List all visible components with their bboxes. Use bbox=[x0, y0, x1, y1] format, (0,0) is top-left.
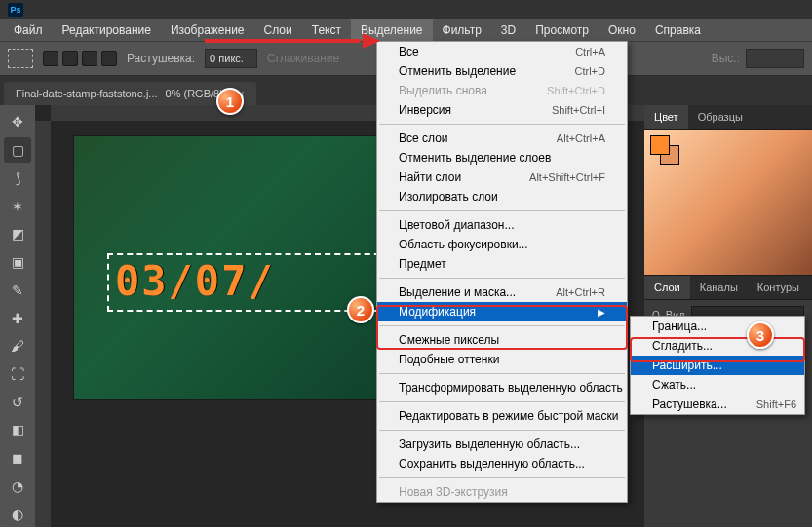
eyedropper-tool[interactable]: ✎ bbox=[4, 277, 31, 303]
menu-item[interactable]: Сгладить... bbox=[631, 336, 804, 356]
annotation-badge-2: 2 bbox=[347, 296, 374, 323]
history-brush-tool[interactable]: ↺ bbox=[4, 389, 31, 415]
layers-panel-tabs: Слои Каналы Контуры bbox=[644, 276, 812, 300]
gradient-tool[interactable]: ◼ bbox=[4, 445, 31, 471]
menu-item[interactable]: Граница... bbox=[631, 317, 804, 336]
tab-paths[interactable]: Контуры bbox=[748, 276, 809, 299]
menu-файл[interactable]: Файл bbox=[4, 19, 53, 41]
antialias-label: Сглаживание bbox=[267, 52, 339, 65]
crop-tool[interactable]: ◩ bbox=[4, 221, 31, 247]
menu-item[interactable]: ВсеCtrl+A bbox=[377, 42, 627, 61]
menu-item[interactable]: Загрузить выделенную область... bbox=[377, 434, 627, 454]
move-tool[interactable]: ✥ bbox=[4, 109, 31, 135]
menu-item[interactable]: Сжать... bbox=[631, 375, 804, 395]
menu-текст[interactable]: Текст bbox=[302, 19, 351, 41]
ps-logo: Ps bbox=[8, 3, 23, 17]
date-stamp-text: 03/07/ bbox=[115, 257, 275, 305]
marquee-tool[interactable]: ▢ bbox=[4, 137, 31, 164]
tab-channels[interactable]: Каналы bbox=[690, 276, 748, 299]
heal-tool[interactable]: ✚ bbox=[4, 305, 31, 331]
canvas[interactable]: 03/07/ bbox=[74, 136, 425, 399]
menu-редактирование[interactable]: Редактирование bbox=[53, 19, 161, 41]
frame-tool[interactable]: ▣ bbox=[4, 249, 31, 276]
menu-item[interactable]: Цветовой диапазон... bbox=[377, 215, 627, 235]
menu-item[interactable]: Сохранить выделенную область... bbox=[377, 454, 627, 473]
color-picker[interactable] bbox=[644, 130, 812, 276]
tab-color[interactable]: Цвет bbox=[644, 105, 688, 129]
menu-item[interactable]: Растушевка...Shift+F6 bbox=[631, 395, 804, 414]
menu-item[interactable]: Модификация▶ bbox=[377, 302, 627, 321]
tab-layers[interactable]: Слои bbox=[644, 276, 690, 299]
menu-item[interactable]: Область фокусировки... bbox=[377, 235, 627, 254]
marquee-icon[interactable] bbox=[8, 49, 33, 68]
menu-item[interactable]: Трансформировать выделенную область bbox=[377, 378, 627, 397]
menu-выделение[interactable]: Выделение bbox=[351, 19, 433, 41]
menu-item[interactable]: Предмет bbox=[377, 254, 627, 274]
brush-tool[interactable]: 🖌 bbox=[4, 333, 31, 359]
menu-слои[interactable]: Слои bbox=[254, 19, 302, 41]
feather-label: Растушевка: bbox=[127, 52, 195, 65]
blur-tool[interactable]: ◔ bbox=[4, 473, 31, 500]
tools-panel: ✥ ▢ ⟆ ✶ ◩ ▣ ✎ ✚ 🖌 ⛶ ↺ ◧ ◼ ◔ ◐ bbox=[0, 105, 35, 527]
tab-title: Final-date-stamp-faststone.j... bbox=[16, 88, 158, 99]
menu-item[interactable]: Отменить выделение слоев bbox=[377, 148, 627, 168]
menu-фильтр[interactable]: Фильтр bbox=[433, 19, 491, 41]
menu-окно[interactable]: Окно bbox=[599, 19, 645, 41]
modify-submenu: Граница...Сгладить...Расширить...Сжать..… bbox=[630, 316, 805, 415]
dodge-tool[interactable]: ◐ bbox=[4, 501, 31, 527]
feather-input[interactable] bbox=[205, 49, 257, 68]
height-input[interactable] bbox=[746, 49, 804, 68]
menu-3d[interactable]: 3D bbox=[491, 19, 525, 41]
menu-item[interactable]: Найти слоиAlt+Shift+Ctrl+F bbox=[377, 168, 627, 187]
menu-item[interactable]: Все слоиAlt+Ctrl+A bbox=[377, 129, 627, 148]
menu-item[interactable]: Расширить... bbox=[631, 356, 804, 375]
annotation-badge-3: 3 bbox=[747, 321, 774, 349]
eraser-tool[interactable]: ◧ bbox=[4, 417, 31, 443]
menu-item[interactable]: Изолировать слои bbox=[377, 187, 627, 207]
menu-справка[interactable]: Справка bbox=[645, 19, 711, 41]
tab-swatches[interactable]: Образцы bbox=[688, 105, 753, 129]
color-panel-tabs: Цвет Образцы bbox=[644, 105, 812, 130]
menu-изображение[interactable]: Изображение bbox=[161, 19, 254, 41]
menu-item[interactable]: Подобные оттенки bbox=[377, 350, 627, 369]
menu-item[interactable]: ИнверсияShift+Ctrl+I bbox=[377, 100, 627, 120]
menu-просмотр[interactable]: Просмотр bbox=[525, 19, 599, 41]
menu-item[interactable]: Редактировать в режиме быстрой маски bbox=[377, 406, 627, 426]
height-label: Выс.: bbox=[712, 52, 740, 65]
select-menu-dropdown: ВсеCtrl+AОтменить выделениеCtrl+DВыделит… bbox=[376, 41, 628, 503]
menu-item: Новая 3D-экструзия bbox=[377, 482, 627, 502]
menu-item[interactable]: Отменить выделениеCtrl+D bbox=[377, 61, 627, 81]
foreground-swatch[interactable] bbox=[650, 135, 670, 155]
stamp-tool[interactable]: ⛶ bbox=[4, 361, 31, 388]
lasso-tool[interactable]: ⟆ bbox=[4, 165, 31, 191]
wand-tool[interactable]: ✶ bbox=[4, 193, 31, 219]
menu-item[interactable]: Выделение и маска...Alt+Ctrl+R bbox=[377, 282, 627, 302]
menu-item: Выделить сноваShift+Ctrl+D bbox=[377, 81, 627, 100]
ruler-vertical bbox=[35, 121, 51, 527]
annotation-badge-1: 1 bbox=[216, 88, 244, 115]
selection-mode-buttons[interactable] bbox=[43, 51, 117, 66]
menubar: ФайлРедактированиеИзображениеСлоиТекстВы… bbox=[0, 19, 812, 41]
menu-item[interactable]: Смежные пикселы bbox=[377, 330, 627, 350]
